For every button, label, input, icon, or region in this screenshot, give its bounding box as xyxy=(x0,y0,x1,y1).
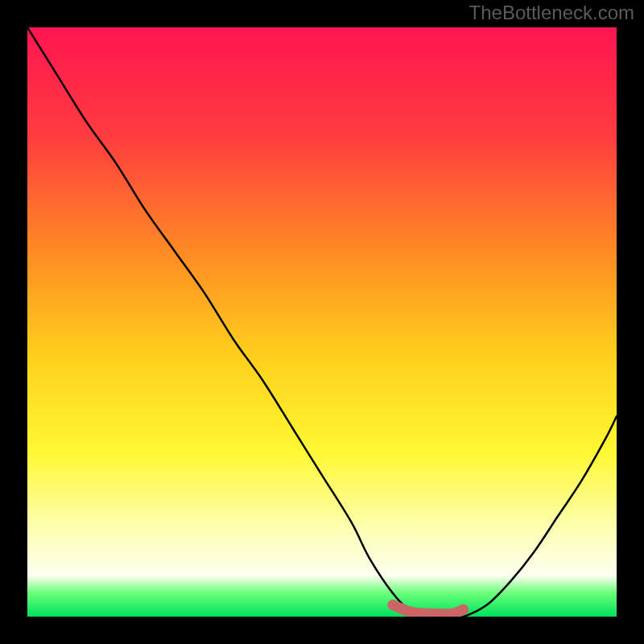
curve-layer xyxy=(27,27,617,617)
bottleneck-curve xyxy=(27,27,617,617)
chart-frame: TheBottleneck.com xyxy=(0,0,644,644)
plot-area xyxy=(27,27,617,617)
valley-highlight xyxy=(393,605,464,613)
watermark-text: TheBottleneck.com xyxy=(469,2,634,24)
